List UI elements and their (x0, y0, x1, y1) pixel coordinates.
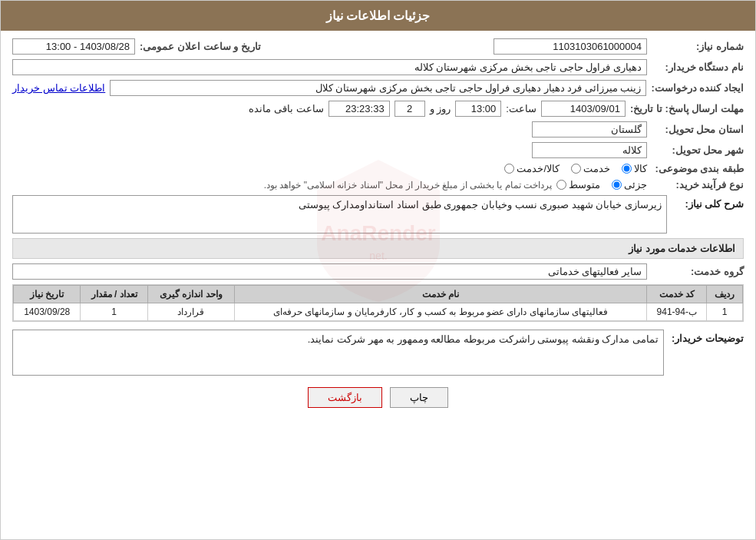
buyer-name-value: دهیاری فراول حاجی تاجی بخش مرکزی شهرستان… (12, 59, 647, 75)
deadline-remaining: 23:23:33 (328, 101, 390, 117)
services-table: ردیف کد خدمت نام خدمت واحد اندازه گیری ت… (12, 284, 744, 322)
deadline-label: مهلت ارسال پاسخ: تا تاریخ: (630, 103, 744, 114)
col-radif: ردیف (707, 286, 743, 303)
process-radio-group: متوسط جزئی (556, 179, 647, 190)
creator-value: زینب میرزائی فرد دهیار دهیاری فراول حاجی… (110, 80, 646, 96)
deadline-date: 1403/09/01 (541, 101, 626, 117)
buyer-name-label: نام دستگاه خریدار: (652, 61, 744, 73)
radio-kala-label: کالا (634, 163, 647, 174)
cell-row: 1 (707, 303, 743, 321)
city-value: کلاله (532, 142, 647, 158)
date-label: تاریخ و ساعت اعلان عمومی: (140, 41, 261, 52)
deadline-day-label: روز و (430, 103, 451, 114)
buyer-desc-label: توضیحات خریدار: (672, 330, 744, 344)
col-name: نام خدمت (235, 286, 647, 303)
cell-unit: قرارداد (147, 303, 234, 321)
group-value: سایر فعالیتهای خدماتی (12, 263, 647, 280)
process-note: پرداخت تمام یا بخشی از مبلغ خریدار از مح… (12, 180, 552, 190)
back-button[interactable]: بازگشت (308, 387, 382, 408)
need-number-label: شماره نیاز: (652, 41, 744, 52)
button-row: چاپ بازگشت (12, 387, 744, 408)
description-value: زیرسازی خیابان شهید صبوری نسب وخیابان جم… (12, 195, 667, 234)
radio-jozii-label: جزئی (624, 179, 647, 190)
radio-motavasset[interactable]: متوسط (556, 179, 600, 190)
deadline-remaining-label: ساعت باقی مانده (249, 103, 323, 114)
cell-code: ب-94-941 (647, 303, 707, 321)
print-button[interactable]: چاپ (390, 387, 448, 408)
radio-kala-khedmat[interactable]: کالا/خدمت (504, 163, 560, 174)
col-unit: واحد اندازه گیری (147, 286, 234, 303)
category-label: طبقه بندی موضوعی: (652, 163, 744, 174)
cell-quantity: 1 (81, 303, 147, 321)
col-quantity: تعداد / مقدار (81, 286, 147, 303)
deadline-time-label: ساعت: (506, 103, 536, 114)
process-label: نوع فرآیند خرید: (652, 179, 744, 190)
page-title: جزئیات اطلاعات نیاز (1, 1, 755, 31)
contact-link[interactable]: اطلاعات تماس خریدار (12, 82, 105, 94)
province-label: استان محل تحویل: (652, 124, 744, 135)
cell-date: 1403/09/28 (14, 303, 81, 321)
col-code: کد خدمت (647, 286, 707, 303)
services-section-title: اطلاعات خدمات مورد نیاز (12, 238, 744, 259)
radio-khedmat[interactable]: خدمت (571, 163, 610, 174)
deadline-day: 2 (395, 101, 425, 117)
city-label: شهر محل تحویل: (652, 144, 744, 156)
radio-kala-khedmat-label: کالا/خدمت (517, 163, 560, 174)
radio-jozii[interactable]: جزئی (612, 179, 647, 190)
description-label: شرح کلی نیاز: (675, 195, 744, 210)
creator-label: ایجاد کننده درخواست: (651, 82, 744, 94)
radio-kala[interactable]: کالا (622, 163, 647, 174)
category-radio-group: کالا/خدمت خدمت کالا (504, 163, 647, 174)
need-number-value: 1103103061000004 (494, 38, 647, 55)
date-value: 1403/08/28 - 13:00 (12, 38, 135, 55)
group-label: گروه خدمت: (652, 266, 744, 277)
cell-name: فعالیتهای سازمانهای دارای عضو مربوط به ک… (235, 303, 647, 321)
buyer-desc-value: تمامی مدارک ونقشه پیوستی راشرکت مربوطه م… (12, 330, 664, 376)
deadline-time: 13:00 (455, 101, 501, 117)
table-row: 1ب-94-941فعالیتهای سازمانهای دارای عضو م… (14, 303, 743, 321)
radio-khedmat-label: خدمت (583, 163, 610, 174)
radio-motavasset-label: متوسط (569, 179, 600, 190)
col-date: تاریخ نیاز (14, 286, 81, 303)
province-value: گلستان (532, 121, 647, 137)
